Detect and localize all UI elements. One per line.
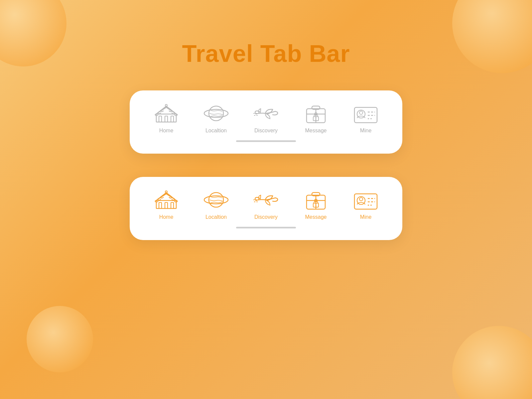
- discovery-label-active: Discovery: [254, 214, 278, 220]
- svg-point-38: [359, 198, 363, 201]
- location-icon: [204, 104, 228, 124]
- page-title: Travel Tab Bar: [182, 40, 350, 67]
- tab-item-mine[interactable]: Mine: [349, 104, 382, 134]
- mine-label-active: Mine: [360, 214, 372, 220]
- svg-point-25: [165, 191, 167, 193]
- tab-indicator-inactive: [236, 140, 296, 142]
- mine-icon: [354, 104, 377, 124]
- tab-items-row-active: Home Localtion: [150, 190, 382, 220]
- decorative-circle-bl: [27, 306, 93, 372]
- tab-item-location[interactable]: Localtion: [200, 104, 233, 134]
- tab-item-discovery[interactable]: Discovery: [249, 104, 283, 134]
- svg-rect-36: [354, 194, 377, 209]
- location-icon-active: [204, 190, 228, 210]
- mine-icon-active: [354, 190, 377, 210]
- decorative-circle-br: [452, 326, 532, 399]
- svg-rect-22: [159, 202, 162, 208]
- svg-point-17: [359, 111, 363, 114]
- location-label-active: Localtion: [205, 214, 227, 220]
- discovery-icon: [254, 104, 278, 124]
- tab-items-row: Home Localtion: [150, 104, 382, 134]
- tab-item-message-active[interactable]: Message: [299, 190, 332, 220]
- svg-rect-15: [354, 107, 377, 123]
- location-label: Localtion: [205, 128, 227, 134]
- message-label: Message: [305, 128, 327, 134]
- svg-rect-2: [165, 116, 168, 122]
- message-icon-active: [304, 190, 328, 210]
- tab-bar-inactive: Home Localtion: [130, 90, 402, 154]
- discovery-icon-active: [254, 190, 278, 210]
- home-label-active: Home: [159, 214, 174, 220]
- svg-rect-24: [171, 202, 174, 208]
- tab-item-home-active[interactable]: Home: [150, 190, 183, 220]
- svg-rect-23: [165, 202, 168, 208]
- mine-label: Mine: [360, 128, 372, 134]
- home-icon: [155, 104, 178, 124]
- svg-rect-3: [171, 116, 174, 122]
- svg-point-26: [209, 193, 223, 207]
- tab-indicator-active: [236, 227, 296, 228]
- home-icon-active: [155, 190, 178, 210]
- svg-point-4: [165, 104, 167, 106]
- discovery-label: Discovery: [254, 128, 278, 134]
- message-icon: [304, 104, 328, 124]
- tab-item-location-active[interactable]: Localtion: [200, 190, 233, 220]
- tab-item-message[interactable]: Message: [299, 104, 332, 134]
- svg-rect-1: [159, 116, 162, 122]
- message-label-active: Message: [305, 214, 327, 220]
- tab-item-discovery-active[interactable]: Discovery: [249, 190, 283, 220]
- tab-bar-active: Home Localtion: [130, 177, 402, 240]
- tab-item-mine-active[interactable]: Mine: [349, 190, 382, 220]
- home-label: Home: [159, 128, 174, 134]
- tab-item-home[interactable]: Home: [150, 104, 183, 134]
- svg-point-5: [209, 106, 223, 121]
